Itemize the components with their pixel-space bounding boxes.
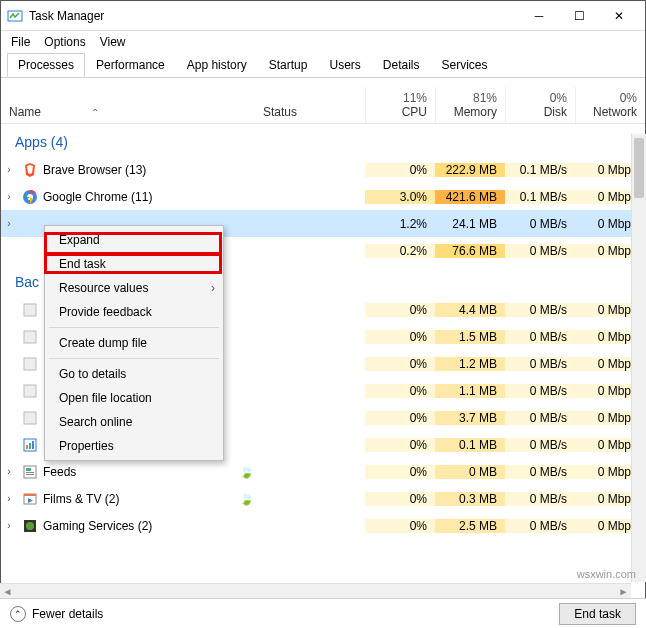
process-icon <box>21 490 39 508</box>
header-cpu[interactable]: 11%CPU <box>365 87 435 123</box>
menu-item-go-to-details[interactable]: Go to details <box>45 362 223 386</box>
eco-mode-icon: 🍃 <box>237 492 255 506</box>
svg-rect-15 <box>26 474 34 475</box>
disk-cell: 0 MB/s <box>505 384 575 398</box>
process-icon <box>21 301 39 319</box>
eco-mode-icon: 🍃 <box>237 465 255 479</box>
process-row[interactable]: › Brave Browser (13) 0% 222.9 MB 0.1 MB/… <box>1 156 645 183</box>
close-button[interactable]: ✕ <box>599 2 639 30</box>
tab-app-history[interactable]: App history <box>176 53 258 77</box>
expand-icon[interactable]: › <box>1 164 17 175</box>
memory-cell: 4.4 MB <box>435 303 505 317</box>
minimize-button[interactable]: ─ <box>519 2 559 30</box>
menu-item-open-file-location[interactable]: Open file location <box>45 386 223 410</box>
chevron-up-icon: ⌃ <box>10 606 26 622</box>
process-row[interactable]: › Gaming Services (2) 0% 2.5 MB 0 MB/s 0… <box>1 512 645 539</box>
disk-cell: 0 MB/s <box>505 465 575 479</box>
disk-cell: 0.1 MB/s <box>505 190 575 204</box>
process-icon <box>21 188 39 206</box>
process-icon <box>21 517 39 535</box>
tab-details[interactable]: Details <box>372 53 431 77</box>
menu-item-end-task[interactable]: End task <box>45 252 223 276</box>
end-task-button[interactable]: End task <box>559 603 636 625</box>
process-icon <box>21 161 39 179</box>
process-name: Films & TV (2) <box>43 492 237 506</box>
header-disk[interactable]: 0%Disk <box>505 87 575 123</box>
titlebar: Task Manager ─ ☐ ✕ <box>1 1 645 31</box>
scroll-right-icon[interactable]: ► <box>616 586 631 597</box>
group-apps: Apps (4) <box>1 124 645 156</box>
tab-strip: Processes Performance App history Startu… <box>1 53 645 78</box>
process-icon <box>21 215 39 233</box>
sort-caret-icon: ⌃ <box>91 107 99 118</box>
process-icon <box>21 355 39 373</box>
process-row[interactable]: › Google Chrome (11) 3.0% 421.6 MB 0.1 M… <box>1 183 645 210</box>
expand-icon[interactable]: › <box>1 466 17 477</box>
svg-point-20 <box>26 522 34 530</box>
svg-rect-5 <box>24 358 36 370</box>
column-headers: ⌃ Name Status 11%CPU 81%Memory 0%Disk 0%… <box>1 78 645 124</box>
svg-rect-6 <box>24 385 36 397</box>
tab-performance[interactable]: Performance <box>85 53 176 77</box>
svg-rect-14 <box>26 472 34 473</box>
menu-view[interactable]: View <box>100 35 126 49</box>
fewer-details-toggle[interactable]: ⌃ Fewer details <box>10 606 559 622</box>
window-title: Task Manager <box>29 9 519 23</box>
disk-cell: 0.1 MB/s <box>505 163 575 177</box>
memory-cell: 421.6 MB <box>435 190 505 204</box>
menu-item-create-dump-file[interactable]: Create dump file <box>45 331 223 355</box>
cpu-cell: 0% <box>365 384 435 398</box>
menu-item-provide-feedback[interactable]: Provide feedback <box>45 300 223 324</box>
expand-icon[interactable]: › <box>1 191 17 202</box>
expand-icon[interactable]: › <box>1 520 17 531</box>
tab-processes[interactable]: Processes <box>7 53 85 77</box>
maximize-button[interactable]: ☐ <box>559 2 599 30</box>
process-name: Brave Browser (13) <box>43 163 237 177</box>
header-memory[interactable]: 81%Memory <box>435 87 505 123</box>
svg-rect-11 <box>32 441 34 449</box>
menu-item-properties[interactable]: Properties <box>45 434 223 458</box>
svg-rect-7 <box>24 412 36 424</box>
cpu-cell: 0% <box>365 163 435 177</box>
menu-file[interactable]: File <box>11 35 30 49</box>
disk-cell: 0 MB/s <box>505 357 575 371</box>
menu-separator <box>49 327 219 328</box>
expand-icon[interactable]: › <box>1 218 17 229</box>
disk-cell: 0 MB/s <box>505 217 575 231</box>
tab-services[interactable]: Services <box>431 53 499 77</box>
tab-users[interactable]: Users <box>318 53 371 77</box>
menu-options[interactable]: Options <box>44 35 85 49</box>
memory-cell: 24.1 MB <box>435 217 505 231</box>
memory-cell: 0 MB <box>435 465 505 479</box>
cpu-cell: 0.2% <box>365 244 435 258</box>
process-name: Google Chrome (11) <box>43 190 237 204</box>
menu-item-resource-values[interactable]: Resource values <box>45 276 223 300</box>
memory-cell: 222.9 MB <box>435 163 505 177</box>
menu-item-search-online[interactable]: Search online <box>45 410 223 434</box>
svg-rect-4 <box>24 331 36 343</box>
cpu-cell: 0% <box>365 519 435 533</box>
cpu-cell: 0% <box>365 330 435 344</box>
process-row[interactable]: › Films & TV (2) 🍃 0% 0.3 MB 0 MB/s 0 Mb… <box>1 485 645 512</box>
memory-cell: 3.7 MB <box>435 411 505 425</box>
context-menu: ExpandEnd taskResource valuesProvide fee… <box>44 225 224 461</box>
header-network[interactable]: 0%Network <box>575 87 645 123</box>
memory-cell: 0.3 MB <box>435 492 505 506</box>
tab-startup[interactable]: Startup <box>258 53 319 77</box>
header-status[interactable]: Status <box>255 101 365 123</box>
vertical-scrollbar[interactable] <box>631 134 646 582</box>
cpu-cell: 0% <box>365 411 435 425</box>
scrollbar-thumb[interactable] <box>634 138 644 198</box>
process-name: Feeds <box>43 465 237 479</box>
process-icon <box>21 409 39 427</box>
disk-cell: 0 MB/s <box>505 519 575 533</box>
app-icon <box>7 8 23 24</box>
scroll-left-icon[interactable]: ◄ <box>0 586 15 597</box>
expand-icon[interactable]: › <box>1 493 17 504</box>
process-row[interactable]: › Feeds 🍃 0% 0 MB 0 MB/s 0 Mbps <box>1 458 645 485</box>
footer: ⌃ Fewer details End task <box>0 598 646 628</box>
header-name[interactable]: ⌃ Name <box>1 101 255 123</box>
svg-rect-10 <box>29 443 31 449</box>
horizontal-scrollbar[interactable]: ◄ ► <box>0 583 631 598</box>
menu-item-expand[interactable]: Expand <box>45 228 223 252</box>
